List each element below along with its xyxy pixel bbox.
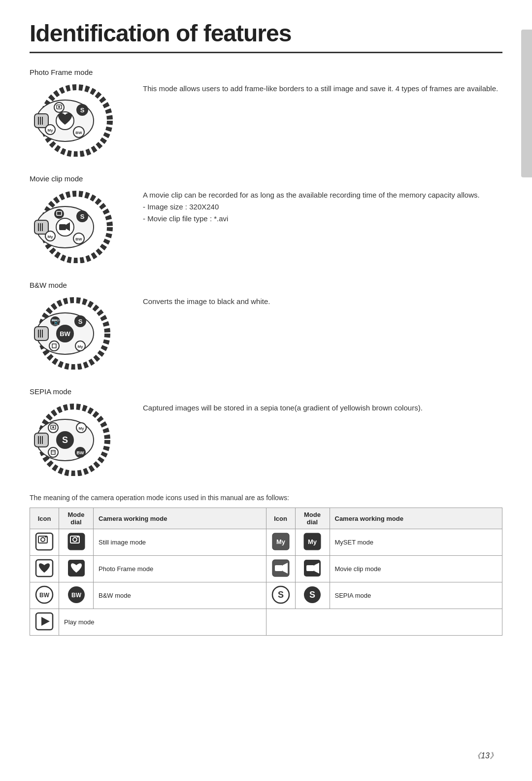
section-left-sepia: SEPIA mode S My BW xyxy=(30,387,128,476)
icon-still-outline xyxy=(30,529,59,556)
dial-movie-solid xyxy=(295,556,330,582)
svg-text:My: My xyxy=(47,128,53,133)
svg-point-72 xyxy=(77,536,79,538)
dial-photo-frame: S My BW xyxy=(30,80,116,157)
mode-still-label: Still image mode xyxy=(94,529,266,556)
svg-rect-18 xyxy=(34,220,48,234)
scrollbar-decoration xyxy=(521,30,532,177)
th-dial-right: Mode dial xyxy=(295,508,330,529)
th-icon-left: Icon xyxy=(30,508,59,529)
mode-label-sepia: SEPIA mode xyxy=(30,387,71,396)
svg-text:BW: BW xyxy=(71,592,82,599)
svg-text:S: S xyxy=(80,213,85,220)
section-right-bw: Converts the image to black and white. xyxy=(143,281,502,307)
dial-frame-solid xyxy=(59,556,94,582)
dial-bw-solid: BW xyxy=(59,582,94,609)
play-mode-label: Play mode xyxy=(59,609,266,636)
mode-label-movie: Movie clip mode xyxy=(30,174,83,183)
svg-text:BW: BW xyxy=(77,450,84,455)
mode-frame-label: Photo Frame mode xyxy=(94,556,266,582)
mode-label-bw: B&W mode xyxy=(30,281,67,289)
svg-text:My: My xyxy=(276,538,285,545)
table-row: Photo Frame mode Movie clip mode xyxy=(30,556,502,582)
svg-text:S: S xyxy=(309,590,315,600)
table-section: The meaning of the camera operation mode… xyxy=(30,494,502,636)
svg-text:S: S xyxy=(277,590,283,600)
page-title: Identification of features xyxy=(30,20,502,53)
svg-point-62 xyxy=(52,426,54,428)
dial-sepia: S My BW xyxy=(30,400,116,476)
mode-label-photo-frame: Photo Frame mode xyxy=(30,68,93,76)
dial-my-solid: My xyxy=(295,529,330,556)
desc-movie-line2: - Movie clip file type : *.avi xyxy=(143,213,502,225)
desc-photo-frame: This mode allows users to add frame-like… xyxy=(143,84,498,93)
section-sepia: SEPIA mode S My BW xyxy=(30,387,502,476)
icon-movie-outline xyxy=(266,556,295,582)
table-row: Still image mode My My MySET mode xyxy=(30,529,502,556)
section-left-photo-frame: Photo Frame mode S xyxy=(30,68,128,157)
icon-play xyxy=(30,609,59,636)
table-intro: The meaning of the camera operation mode… xyxy=(30,494,502,502)
th-icon-right: Icon xyxy=(266,508,295,529)
svg-rect-23 xyxy=(59,224,66,230)
th-mode-right: Camera working mode xyxy=(330,508,502,529)
svg-point-63 xyxy=(48,447,58,457)
modes-table: Icon Mode dial Camera working mode Icon … xyxy=(30,508,502,636)
svg-rect-50 xyxy=(34,433,48,447)
svg-text:S: S xyxy=(62,435,68,445)
svg-rect-83 xyxy=(306,565,314,571)
svg-rect-2 xyxy=(34,114,48,128)
svg-text:BW: BW xyxy=(75,237,82,241)
th-mode-left: Camera working mode xyxy=(94,508,266,529)
mode-bw-label: B&W mode xyxy=(94,582,266,609)
play-mode-row: Play mode xyxy=(30,609,502,636)
svg-text:My: My xyxy=(308,538,317,545)
svg-marker-94 xyxy=(41,617,50,626)
mode-myset-label: MySET mode xyxy=(330,529,502,556)
page-number: 《13》 xyxy=(473,751,498,761)
desc-sepia: Captured images will be stored in a sepi… xyxy=(143,402,502,414)
svg-rect-35 xyxy=(34,327,48,340)
svg-text:S: S xyxy=(78,318,83,325)
dial-bw: BW S My 📷 xyxy=(30,293,116,370)
desc-movie-line1: - Image size : 320X240 xyxy=(143,201,502,213)
svg-text:BW: BW xyxy=(75,131,82,135)
dial-movie: S My BW xyxy=(30,187,116,263)
section-left-movie: Movie clip mode S My xyxy=(30,174,128,263)
section-photo-frame: Photo Frame mode S xyxy=(30,68,502,157)
dial-still-solid xyxy=(59,529,94,556)
svg-text:My: My xyxy=(47,235,53,239)
play-mode-empty xyxy=(266,609,502,636)
icon-frame-outline xyxy=(30,556,59,582)
svg-point-68 xyxy=(45,536,47,538)
svg-text:S: S xyxy=(80,106,85,114)
section-right-sepia: Captured images will be stored in a sepi… xyxy=(143,387,502,414)
icon-s-circle: S xyxy=(266,582,295,609)
desc-bw: Converts the image to black and white. xyxy=(143,296,502,307)
icon-bw-circle: BW xyxy=(30,582,59,609)
table-row: BW BW B&W mode S xyxy=(30,582,502,609)
dial-s-solid: S xyxy=(295,582,330,609)
icon-my-outline: My xyxy=(266,529,295,556)
section-right-photo-frame: This mode allows users to add frame-like… xyxy=(143,68,502,95)
section-movie-clip: Movie clip mode S My xyxy=(30,174,502,263)
mode-sepia-label: SEPIA mode xyxy=(330,582,502,609)
svg-text:📷: 📷 xyxy=(51,317,60,326)
svg-point-29 xyxy=(54,209,64,219)
svg-text:My: My xyxy=(78,426,84,431)
section-right-movie: A movie clip can be recorded for as long… xyxy=(143,174,502,225)
mode-movie-label: Movie clip mode xyxy=(330,556,502,582)
table-header-row: Icon Mode dial Camera working mode Icon … xyxy=(30,508,502,529)
svg-text:BW: BW xyxy=(60,330,70,338)
svg-text:BW: BW xyxy=(39,592,50,599)
svg-point-13 xyxy=(58,106,60,108)
svg-point-47 xyxy=(49,341,59,351)
section-bw: B&W mode BW S My 📷 xyxy=(30,281,502,370)
svg-rect-80 xyxy=(275,565,283,571)
svg-point-67 xyxy=(41,538,45,542)
section-left-bw: B&W mode BW S My 📷 xyxy=(30,281,128,370)
th-dial-left: Mode dial xyxy=(59,508,94,529)
desc-movie: A movie clip can be recorded for as long… xyxy=(143,189,502,201)
svg-text:My: My xyxy=(77,344,83,349)
